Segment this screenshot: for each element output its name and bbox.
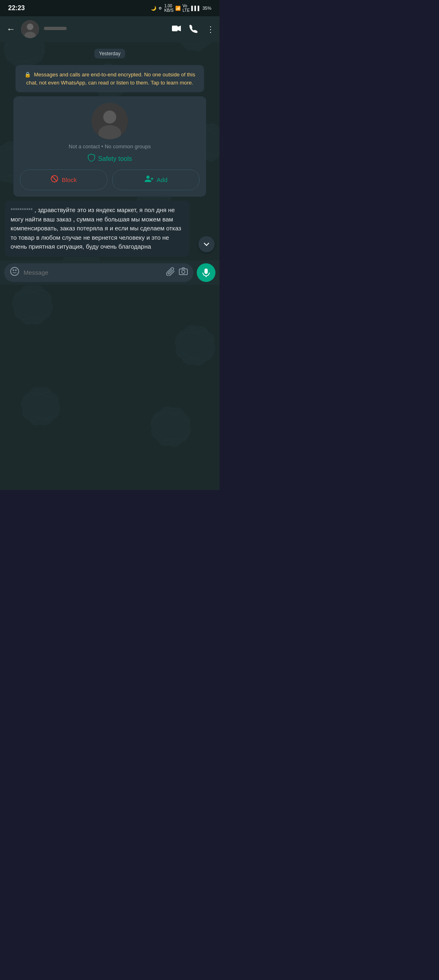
contact-info[interactable] (43, 25, 167, 33)
block-icon (50, 175, 59, 185)
input-bar (0, 260, 220, 285)
contact-card-avatar (91, 103, 128, 139)
status-bar: 22:23 🌙 ⭘ 1.00KB/S 📶 VoLTE ▌▌▌ 35% (0, 0, 220, 16)
message-bubble: ********** , здравствуйте это из яндекс … (5, 201, 189, 256)
encryption-notice[interactable]: 🔒 Messages and calls are end-to-end encr… (15, 65, 204, 92)
camera-button[interactable] (179, 267, 188, 278)
message-input[interactable] (24, 269, 162, 276)
svg-point-50 (147, 407, 194, 446)
svg-point-48 (154, 404, 187, 449)
svg-rect-61 (44, 27, 67, 30)
safety-tools-button[interactable]: Safety tools (87, 154, 132, 164)
status-icons: 🌙 ⭘ 1.00KB/S 📶 VoLTE ▌▌▌ 35% (151, 4, 211, 13)
svg-point-56 (18, 387, 63, 426)
card-actions: Block Add (20, 169, 200, 190)
svg-point-65 (103, 111, 116, 124)
add-label: Add (156, 176, 167, 183)
svg-point-53 (23, 384, 58, 428)
message-text: , здравствуйте это из яндекс маркет, я п… (11, 206, 181, 250)
sender-indicator: ********** (11, 207, 33, 213)
svg-point-75 (182, 270, 185, 273)
header-actions: ⋮ (172, 24, 215, 35)
scroll-down-button[interactable] (198, 236, 215, 252)
svg-point-31 (172, 326, 219, 365)
svg-point-29 (178, 323, 212, 368)
safety-tools-label: Safety tools (98, 155, 132, 163)
encryption-text: Messages and calls are end-to-end encryp… (26, 72, 196, 86)
status-time: 22:23 (8, 4, 25, 12)
svg-point-32 (172, 324, 219, 367)
svg-point-52 (148, 409, 194, 444)
video-call-button[interactable] (172, 25, 181, 34)
contact-name (43, 25, 167, 33)
data-speed: 1.00KB/S (164, 4, 174, 13)
svg-point-57 (20, 392, 62, 421)
add-person-icon (144, 175, 153, 184)
svg-point-73 (15, 270, 16, 271)
lte-icon: VoLTE (183, 4, 190, 13)
wifi-icon: 📶 (175, 6, 181, 11)
bluetooth-icon: ⭘ (158, 6, 163, 11)
more-options-button[interactable]: ⋮ (206, 24, 215, 34)
mic-button[interactable] (197, 263, 215, 282)
chat-area: Yesterday 🔒 Messages and calls are end-t… (0, 42, 220, 260)
phone-call-button[interactable] (189, 24, 198, 35)
add-contact-button[interactable]: Add (112, 169, 200, 190)
svg-point-72 (13, 270, 14, 271)
attach-button[interactable] (166, 267, 175, 278)
message-input-wrapper (4, 263, 193, 282)
avatar[interactable] (21, 20, 39, 38)
avatar-image (21, 20, 39, 38)
svg-point-33 (172, 328, 218, 362)
shield-icon (87, 154, 96, 164)
svg-point-54 (23, 384, 58, 428)
signal-icon: ▌▌▌ (191, 6, 201, 11)
date-label: Yesterday (94, 49, 126, 59)
block-label: Block (62, 176, 77, 183)
svg-rect-62 (172, 26, 178, 31)
svg-point-26 (9, 284, 57, 325)
date-divider: Yesterday (5, 49, 215, 59)
back-button[interactable]: ← (5, 22, 17, 36)
svg-point-59 (27, 24, 33, 30)
svg-point-25 (14, 282, 51, 328)
contact-status: Not a contact • No common groups (69, 143, 151, 150)
svg-point-30 (176, 322, 215, 369)
svg-point-27 (9, 284, 57, 325)
contact-card: Not a contact • No common groups Safety … (13, 96, 206, 197)
svg-point-51 (147, 405, 194, 448)
svg-marker-63 (178, 26, 181, 31)
svg-point-71 (11, 267, 19, 275)
svg-point-49 (151, 403, 191, 450)
battery-icon: 35% (202, 6, 211, 11)
svg-rect-76 (204, 269, 208, 274)
svg-point-28 (11, 289, 55, 320)
moon-icon: 🌙 (151, 6, 156, 11)
emoji-button[interactable] (10, 267, 20, 279)
chat-header: ← (0, 16, 220, 42)
block-button[interactable]: Block (20, 169, 107, 190)
svg-point-55 (18, 387, 63, 426)
svg-point-24 (14, 282, 51, 328)
svg-line-68 (52, 176, 57, 182)
lock-icon: 🔒 (24, 72, 31, 78)
